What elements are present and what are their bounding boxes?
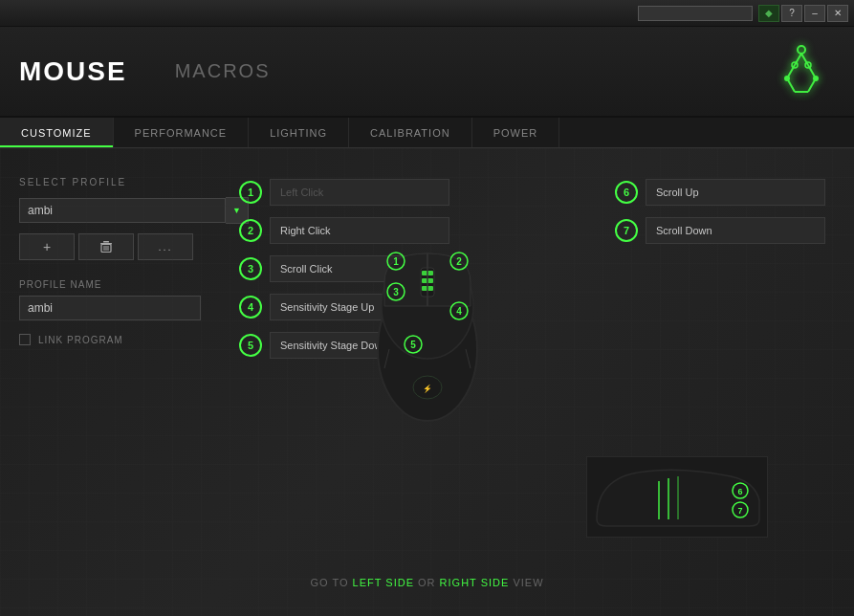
tab-calibration[interactable]: CALIBRATION: [349, 118, 472, 147]
profile-name-input[interactable]: [19, 296, 201, 320]
button-number-3: 3: [239, 257, 262, 280]
svg-rect-14: [101, 245, 111, 253]
right-side-link[interactable]: RIGHT SIDE: [440, 577, 510, 588]
svg-text:7: 7: [737, 506, 742, 516]
svg-text:2: 2: [456, 256, 462, 267]
delete-profile-button[interactable]: [78, 233, 134, 260]
button-label-6[interactable]: Scroll Up: [646, 179, 825, 206]
main-content: SELECT PROFILE ambi ▼ + ... PROFILE NA: [0, 148, 854, 616]
svg-line-1: [795, 54, 801, 65]
header: MOUSE MACROS: [0, 27, 854, 118]
macros-title[interactable]: MACROS: [175, 60, 271, 82]
add-profile-button[interactable]: +: [19, 233, 75, 260]
svg-text:⚡: ⚡: [423, 384, 432, 393]
razer-logo: [768, 38, 835, 105]
left-panel: SELECT PROFILE ambi ▼ + ... PROFILE NA: [19, 167, 249, 598]
link-program-label: LINK PROGRAM: [38, 335, 123, 345]
svg-line-2: [801, 54, 808, 65]
button-row-7: 7 Scroll Down: [615, 215, 825, 246]
more-options-button[interactable]: ...: [138, 233, 193, 260]
mouse-image: ⚡ 1 2 3 4 5: [341, 158, 514, 445]
tab-power[interactable]: POWER: [472, 118, 560, 147]
svg-rect-12: [100, 243, 112, 245]
left-side-link[interactable]: LEFT SIDE: [353, 577, 414, 588]
or-text: OR: [418, 577, 440, 588]
button-number-2: 2: [239, 219, 262, 242]
link-program-checkbox[interactable]: [19, 334, 31, 345]
svg-text:6: 6: [737, 487, 742, 496]
mouse-title: MOUSE: [19, 56, 127, 87]
close-button[interactable]: ✕: [827, 5, 848, 22]
button-row-6: 6 Scroll Up: [615, 177, 825, 208]
button-number-5: 5: [239, 334, 262, 357]
minimize-button[interactable]: –: [804, 5, 825, 22]
tab-performance[interactable]: PERFORMANCE: [114, 118, 250, 147]
svg-point-0: [798, 46, 805, 54]
svg-text:3: 3: [393, 287, 399, 297]
svg-text:5: 5: [410, 340, 416, 350]
svg-rect-13: [103, 241, 109, 243]
side-view-link: GO TO LEFT SIDE OR RIGHT SIDE VIEW: [310, 577, 543, 588]
side-view-image: 6 7: [586, 456, 768, 538]
help-button[interactable]: ?: [781, 5, 802, 22]
link-program-row: LINK PROGRAM: [19, 334, 249, 345]
select-profile-label: SELECT PROFILE: [19, 177, 249, 187]
view-text: VIEW: [513, 577, 543, 588]
tab-lighting[interactable]: LIGHTING: [249, 118, 349, 147]
button-number-1: 1: [239, 181, 262, 204]
profile-select[interactable]: ambi: [19, 198, 226, 223]
profile-name-label: PROFILE NAME: [19, 279, 249, 290]
razer-icon: ◆: [758, 5, 779, 22]
button-label-7[interactable]: Scroll Down: [646, 217, 825, 244]
button-number-6: 6: [615, 181, 638, 204]
svg-text:4: 4: [456, 306, 462, 317]
nav-tabs: CUSTOMIZE PERFORMANCE LIGHTING CALIBRATI…: [0, 118, 854, 148]
button-number-7: 7: [615, 219, 638, 242]
right-button-list: 6 Scroll Up 7 Scroll Down 6 7: [615, 177, 825, 346]
tab-customize[interactable]: CUSTOMIZE: [0, 118, 114, 147]
go-to-text: GO TO: [310, 577, 352, 588]
svg-point-8: [784, 76, 790, 81]
search-input[interactable]: [638, 6, 753, 21]
profile-dropdown-wrapper: ambi ▼: [19, 197, 249, 224]
svg-point-9: [813, 76, 819, 81]
titlebar: ◆ ? – ✕: [0, 0, 854, 27]
button-number-4: 4: [239, 296, 262, 319]
profile-actions: + ...: [19, 233, 249, 260]
svg-text:1: 1: [393, 256, 399, 267]
